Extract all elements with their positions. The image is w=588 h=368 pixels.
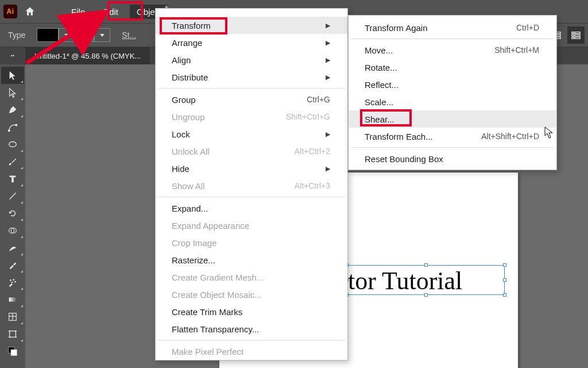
svg-rect-7 (572, 37, 574, 39)
curvature-tool[interactable] (1, 118, 24, 136)
slice-tool[interactable] (1, 308, 24, 325)
svg-rect-23 (10, 331, 16, 338)
fill-dropdown[interactable] (59, 28, 75, 42)
object-menu: Transform▶ Arrange▶ Align▶ Distribute▶ G… (155, 8, 348, 361)
submenu-arrow-icon: ▶ (326, 165, 330, 172)
menu-rasterize[interactable]: Rasterize... (156, 251, 347, 269)
stroke-label[interactable]: St... (122, 30, 136, 40)
menu-lock-label: Lock (172, 129, 190, 139)
menu-expand[interactable]: Expand... (156, 200, 347, 217)
menu-show-all: Show AllAlt+Ctrl+3 (156, 177, 347, 194)
shape-builder-tool[interactable] (1, 222, 24, 239)
menu-file[interactable]: File (64, 5, 92, 19)
menu-pixel-perfect: Make Pixel Perfect (156, 343, 347, 360)
menu-edit[interactable]: Edit (96, 5, 125, 19)
menu-expand-label: Expand... (172, 204, 208, 213)
sel-handle-tm[interactable] (424, 263, 428, 267)
menu-transform-label: Transform (172, 21, 211, 30)
artboard-tool[interactable] (1, 325, 24, 343)
menu-hide[interactable]: Hide▶ (156, 160, 347, 177)
fill-color-swatch[interactable] (37, 28, 59, 42)
svg-point-15 (10, 279, 11, 281)
selection-box (347, 265, 505, 295)
menu-scale-label: Scale... (365, 97, 393, 107)
menu-object-mosaic: Create Object Mosaic... (156, 286, 347, 303)
stroke-none-swatch[interactable] (78, 28, 94, 42)
view-toggle-2-icon[interactable] (567, 26, 585, 44)
menu-flatten-transparency[interactable]: Flatten Transparency... (156, 320, 347, 338)
menu-transform-each[interactable]: Transform Each...Alt+Shift+Ctrl+D (349, 128, 556, 145)
menu-group[interactable]: GroupCtrl+G (156, 91, 347, 108)
menu-ungroup: UngroupShift+Ctrl+G (156, 108, 347, 125)
menu-distribute-label: Distribute (172, 72, 208, 82)
menu-unlock-shortcut: Alt+Ctrl+2 (295, 147, 330, 156)
document-tab[interactable]: Untitled-1* @ 45.86 % (CMYK... (25, 47, 150, 64)
svg-line-12 (10, 193, 16, 200)
menu-transform[interactable]: Transform▶ (156, 17, 347, 34)
submenu-arrow-icon: ▶ (326, 22, 330, 29)
menu-unlock-label: Unlock All (172, 147, 210, 156)
menu-move[interactable]: Move...Shift+Ctrl+M (349, 41, 556, 59)
selection-tool[interactable] (1, 67, 24, 84)
ellipse-tool[interactable] (1, 136, 24, 153)
menu-group-shortcut: Ctrl+G (307, 95, 330, 104)
menu-reset-bbox[interactable]: Reset Bounding Box (349, 150, 556, 167)
menu-separator (158, 88, 345, 89)
svg-point-16 (13, 279, 14, 281)
submenu-arrow-icon: ▶ (326, 131, 330, 138)
svg-point-11 (9, 142, 17, 147)
menu-reflect[interactable]: Reflect... (349, 76, 556, 93)
submenu-arrow-icon: ▶ (326, 74, 330, 81)
menu-arrange[interactable]: Arrange▶ (156, 34, 347, 51)
type-tool[interactable] (1, 170, 24, 187)
sel-handle-br[interactable] (503, 293, 506, 297)
menu-expand-app-label: Expand Appearance (172, 221, 249, 231)
svg-rect-29 (11, 350, 17, 356)
menu-transform-again[interactable]: Transform AgainCtrl+D (349, 19, 556, 36)
menu-group-label: Group (172, 95, 196, 105)
menu-separator (351, 147, 554, 148)
line-tool[interactable] (1, 187, 24, 205)
menu-gradmesh-label: Create Gradient Mesh... (172, 273, 264, 282)
menu-each-label: Transform Each... (365, 132, 433, 141)
menu-mosaic-label: Create Object Mosaic... (172, 290, 262, 300)
home-button[interactable] (22, 3, 38, 20)
svg-rect-3 (572, 32, 574, 34)
menu-align-label: Align (172, 55, 191, 65)
tool-strip (0, 64, 25, 368)
menu-transform-again-label: Transform Again (365, 23, 428, 33)
menu-pixelperfect-label: Make Pixel Perfect (172, 347, 243, 356)
menu-separator (158, 197, 345, 197)
sel-handle-mr[interactable] (503, 278, 506, 282)
menu-shear[interactable]: Shear... (349, 110, 556, 128)
app-logo-icon: Ai (3, 5, 17, 18)
submenu-arrow-icon: ▶ (326, 39, 330, 47)
svg-rect-6 (575, 34, 580, 36)
menu-align[interactable]: Align▶ (156, 51, 347, 68)
menu-trim-marks[interactable]: Create Trim Marks (156, 303, 347, 320)
sel-handle-tr[interactable] (503, 263, 506, 267)
width-tool[interactable] (1, 239, 24, 256)
menu-showall-shortcut: Alt+Ctrl+3 (295, 181, 330, 190)
menu-lock[interactable]: Lock▶ (156, 125, 347, 143)
svg-point-9 (8, 130, 10, 132)
menu-showall-label: Show All (172, 181, 205, 191)
menu-move-shortcut: Shift+Ctrl+M (494, 45, 539, 55)
menu-distribute[interactable]: Distribute▶ (156, 68, 347, 86)
stroke-dropdown[interactable] (94, 28, 110, 42)
rotate-tool[interactable] (1, 205, 24, 222)
menu-scale[interactable]: Scale... (349, 93, 556, 110)
eyedropper-tool[interactable] (1, 256, 24, 274)
menu-expand-appearance: Expand Appearance (156, 217, 347, 234)
gradient-tool[interactable] (1, 291, 24, 308)
tabbar-grip-icon[interactable]: •• (0, 47, 25, 64)
fill-stroke-swatch[interactable] (1, 343, 24, 360)
symbol-sprayer-tool[interactable] (1, 274, 24, 291)
paintbrush-tool[interactable] (1, 153, 24, 170)
menu-separator (351, 39, 554, 39)
sel-handle-bm[interactable] (424, 293, 428, 297)
menu-rotate[interactable]: Rotate... (349, 59, 556, 76)
menu-reflect-label: Reflect... (365, 80, 399, 90)
pen-tool[interactable] (1, 101, 24, 118)
direct-selection-tool[interactable] (1, 84, 24, 101)
